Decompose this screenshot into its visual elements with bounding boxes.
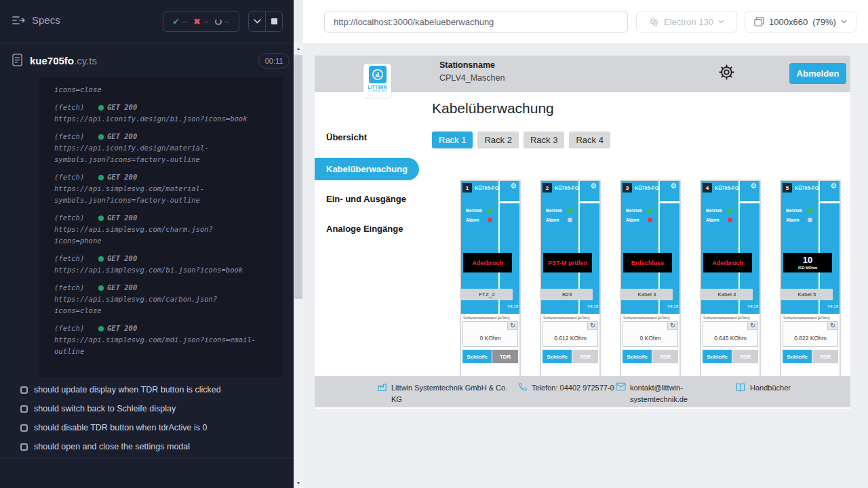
device-settings-gear-icon[interactable]: ⚙ — [670, 182, 677, 190]
logout-button[interactable]: Abmelden — [789, 63, 846, 84]
tdr-button[interactable]: TDR — [652, 350, 678, 363]
log-entry[interactable]: (fetch) GET 200 https://api.iconify.desi… — [54, 102, 277, 125]
scrollbar-thumb[interactable] — [294, 55, 302, 299]
betrieb-row: Betrieb — [466, 208, 492, 213]
tdr-button[interactable]: TDR — [812, 350, 838, 363]
test-item[interactable]: should disable TDR button when tdrActive… — [20, 423, 288, 433]
stop-button[interactable] — [265, 12, 282, 31]
betrieb-led — [648, 208, 652, 213]
email-icon — [616, 382, 626, 391]
test-item[interactable]: should switch back to Schleife display — [20, 404, 288, 414]
tab-rack-4[interactable]: Rack 4 — [569, 131, 610, 148]
log-entry-header: (fetch) GET 200 — [54, 171, 277, 183]
schleife-button[interactable]: Schleife — [783, 350, 812, 363]
scroll-down-arrow[interactable]: ▼ — [294, 478, 303, 488]
refresh-icon[interactable]: ↻ — [587, 322, 597, 330]
collapse-button[interactable] — [249, 12, 265, 31]
log-url: icons=close — [54, 84, 277, 96]
measurement-section-label: Schleifenwiderstand [kOhm] — [703, 316, 758, 320]
sidebar-item-kabelueberwachung[interactable]: Kabelüberwachung — [315, 158, 419, 180]
betrieb-led — [568, 208, 572, 213]
device-settings-gear-icon[interactable]: ⚙ — [590, 182, 597, 190]
test-item[interactable]: should open and close the settings modal — [20, 442, 288, 452]
device-settings-gear-icon[interactable]: ⚙ — [750, 182, 757, 190]
test-title: should open and close the settings modal — [34, 442, 190, 452]
logo-subtext: SYSTEMTECHNIK — [368, 89, 387, 92]
tab-rack-1[interactable]: Rack 1 — [432, 131, 473, 148]
schleife-button[interactable]: Schleife — [542, 350, 572, 363]
log-source: (fetch) — [54, 323, 95, 334]
viewport-select[interactable]: 1000x660 (79%) — [745, 11, 856, 33]
log-entry[interactable]: (fetch) GET 200 https://api.iconify.desi… — [54, 131, 277, 165]
test-stats[interactable]: ✔-- ✖-- -- — [163, 11, 239, 32]
browser-bar: http://localhost:3000/kabelueberwachung … — [303, 0, 868, 44]
footer-manuals-link[interactable]: Handbücher — [735, 382, 791, 394]
settings-gear-icon[interactable] — [718, 64, 735, 81]
schleife-button[interactable]: Schleife — [462, 350, 492, 363]
tdr-button[interactable]: TDR — [492, 350, 518, 363]
measurement-box: ↻ 0.822 KOhm — [783, 321, 838, 347]
measurement-panel: Schleifenwiderstand [kOhm] ↻ 0 KOhm Schl… — [461, 314, 519, 376]
tdr-button[interactable]: TDR — [732, 350, 758, 363]
specs-label: Specs — [32, 14, 60, 26]
status-dot-icon — [98, 216, 104, 221]
log-source: (fetch) — [54, 171, 95, 183]
chevron-down-icon — [254, 19, 261, 24]
refresh-icon[interactable]: ↻ — [667, 322, 677, 330]
station-info: Stationsname CPLV4_Maschen — [439, 60, 505, 83]
aut-region: http://localhost:3000/kabelueberwachung … — [303, 0, 868, 488]
tab-rack-3[interactable]: Rack 3 — [524, 131, 564, 148]
sidebar-item-analoge-eingaenge[interactable]: Analoge Eingänge — [315, 218, 419, 240]
reporter-scrollbar[interactable]: ▲ ▼ — [294, 43, 303, 488]
log-entry[interactable]: (fetch) GET 200 https://api.simplesvg.co… — [54, 212, 277, 247]
log-entry[interactable]: (fetch) GET 200 https://api.simplesvg.co… — [54, 282, 277, 317]
alarm-led — [648, 218, 652, 222]
alarm-led — [808, 218, 812, 222]
mode-buttons: Schleife TDR — [783, 350, 838, 363]
log-url: https://api.iconify.design/bi.json?icons… — [54, 113, 277, 125]
status-dot-icon — [98, 105, 104, 110]
footer-email[interactable]: kontakt@littwin-systemtechnik.de — [616, 382, 698, 405]
firmware-version: V4.19 — [587, 304, 598, 308]
scroll-up-arrow[interactable]: ▲ — [294, 43, 303, 54]
schleife-button[interactable]: Schleife — [703, 350, 732, 363]
device-number: 4 — [703, 183, 712, 192]
chevron-down-icon — [718, 20, 724, 24]
device-settings-gear-icon[interactable]: ⚙ — [510, 182, 517, 190]
alarm-row: Alarm — [706, 218, 732, 222]
tab-rack-2[interactable]: Rack 2 — [477, 131, 518, 148]
log-entry[interactable]: (fetch) GET 200 https://api.simplesvg.co… — [54, 323, 277, 357]
log-entry[interactable]: icons=close — [54, 84, 277, 96]
measurement-box: ↻ 0 KOhm — [462, 321, 518, 347]
test-list: should update display when TDR button is… — [20, 385, 288, 461]
device-model: KÜ705-FO — [635, 186, 658, 190]
sidebar-item-uebersicht[interactable]: Übersicht — [315, 126, 419, 148]
specs-menu-button[interactable]: Specs — [12, 14, 60, 26]
run-controls — [248, 11, 283, 32]
log-entry[interactable]: (fetch) GET 200 https://api.simplesvg.co… — [54, 253, 277, 276]
led-indicators: Betrieb Alarm — [546, 208, 572, 227]
log-entry[interactable]: (fetch) GET 200 https://api.simplesvg.co… — [54, 171, 277, 206]
device-model: KÜ705-FO — [715, 186, 738, 190]
refresh-icon[interactable]: ↻ — [747, 322, 757, 330]
divider — [0, 458, 294, 459]
status-dot-icon — [98, 326, 104, 331]
sidebar-item-ein-und-ausgaenge[interactable]: Ein- und Ausgänge — [315, 188, 419, 210]
stat-failed: ✖-- — [194, 17, 209, 26]
refresh-icon[interactable]: ↻ — [827, 322, 837, 330]
test-title: should disable TDR button when tdrActive… — [34, 423, 207, 433]
betrieb-led — [488, 208, 492, 213]
device-settings-gear-icon[interactable]: ⚙ — [830, 182, 837, 190]
log-url: https://api.simplesvg.com/mdi.json?icons… — [54, 334, 277, 357]
spec-row[interactable]: kue705fo.cy.ts 00:11 — [0, 43, 294, 77]
test-item[interactable]: should update display when TDR button is… — [20, 385, 288, 395]
browser-select[interactable]: Electron 130 — [636, 11, 737, 33]
schleife-button[interactable]: Schleife — [623, 350, 652, 363]
refresh-icon[interactable]: ↻ — [507, 322, 517, 330]
measurement-section-label: Schleifenwiderstand [kOhm] — [463, 316, 518, 320]
littwin-logo: LITTWIN SYSTEMTECHNIK — [363, 64, 391, 98]
betrieb-row: Betrieb — [546, 208, 572, 213]
measurement-box: ↻ 0 KOhm — [623, 321, 678, 347]
tdr-button[interactable]: TDR — [572, 350, 598, 363]
url-input[interactable]: http://localhost:3000/kabelueberwachung — [324, 11, 628, 33]
